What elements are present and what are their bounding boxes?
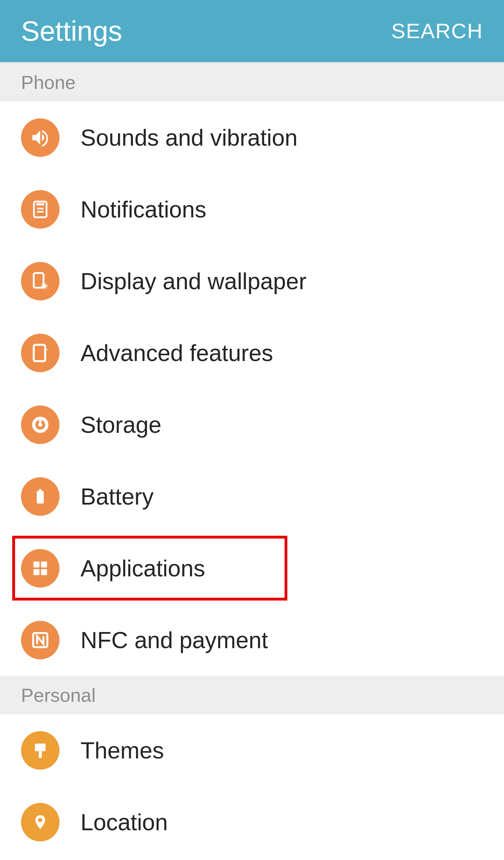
svg-rect-17 [35, 743, 46, 751]
item-label: Applications [80, 555, 205, 582]
advanced-icon [21, 334, 59, 372]
svg-rect-15 [41, 569, 47, 575]
themes-icon [21, 731, 59, 770]
svg-point-8 [38, 423, 42, 427]
storage-icon [21, 405, 59, 444]
item-label: Advanced features [80, 340, 273, 366]
nfc-icon [21, 621, 59, 659]
settings-item-notifications[interactable]: Notifications [0, 173, 504, 245]
item-label: Battery [80, 483, 154, 510]
settings-header: Settings SEARCH [0, 0, 504, 63]
svg-rect-6 [34, 345, 45, 361]
settings-item-battery[interactable]: Battery [0, 460, 504, 532]
page-title: Settings [21, 15, 122, 47]
settings-item-advanced[interactable]: Advanced features [0, 317, 504, 389]
location-icon [21, 803, 59, 841]
item-label: Themes [80, 737, 164, 764]
settings-item-location[interactable]: Location [0, 786, 504, 858]
svg-rect-10 [37, 491, 44, 504]
display-icon [21, 262, 59, 300]
item-label: Sounds and vibration [80, 124, 298, 151]
settings-item-applications[interactable]: Applications [0, 532, 504, 604]
section-header-personal: Personal [0, 676, 504, 714]
svg-rect-18 [39, 751, 42, 758]
section-header-phone: Phone [0, 63, 504, 102]
svg-rect-14 [34, 569, 40, 575]
settings-item-sounds[interactable]: Sounds and vibration [0, 102, 504, 173]
svg-rect-12 [34, 561, 40, 567]
battery-icon [21, 477, 59, 516]
settings-item-nfc[interactable]: NFC and payment [0, 604, 504, 676]
settings-item-themes[interactable]: Themes [0, 714, 504, 786]
item-label: NFC and payment [80, 627, 268, 653]
item-label: Storage [80, 411, 161, 438]
svg-point-19 [38, 818, 42, 822]
apps-icon [21, 549, 59, 588]
svg-rect-13 [41, 561, 47, 567]
item-label: Display and wallpaper [80, 268, 307, 294]
notification-icon [21, 190, 59, 229]
item-label: Location [80, 809, 168, 835]
svg-point-5 [42, 284, 47, 288]
search-button[interactable]: SEARCH [391, 19, 483, 43]
settings-item-storage[interactable]: Storage [0, 389, 504, 460]
item-label: Notifications [80, 196, 206, 223]
speaker-icon [21, 118, 59, 157]
settings-item-display[interactable]: Display and wallpaper [0, 245, 504, 317]
svg-rect-1 [36, 203, 44, 206]
svg-rect-11 [39, 489, 42, 491]
